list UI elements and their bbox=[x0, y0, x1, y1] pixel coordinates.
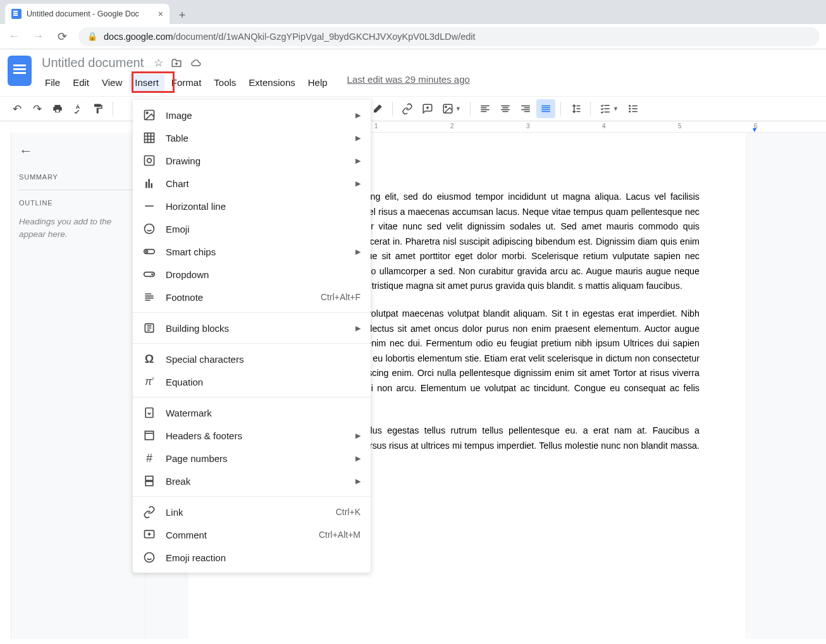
undo-button[interactable]: ↶ bbox=[8, 99, 27, 118]
insert-table[interactable]: Table▶ bbox=[133, 126, 371, 149]
insert-equation[interactable]: π²Equation bbox=[133, 370, 371, 393]
add-comment-button[interactable] bbox=[418, 99, 437, 118]
submenu-arrow-icon: ▶ bbox=[355, 454, 361, 463]
svg-point-10 bbox=[145, 224, 154, 234]
svg-point-20 bbox=[145, 553, 154, 562]
menu-view[interactable]: View bbox=[96, 74, 128, 91]
insert-break[interactable]: Break▶ bbox=[133, 470, 371, 492]
pi-icon: π² bbox=[143, 375, 156, 388]
menu-item-label: Break bbox=[166, 476, 345, 487]
submenu-arrow-icon: ▶ bbox=[355, 477, 361, 485]
reload-icon[interactable]: ⟳ bbox=[54, 30, 70, 44]
menu-item-label: Page numbers bbox=[166, 453, 345, 464]
line-spacing-button[interactable] bbox=[566, 103, 585, 114]
insert-emoji[interactable]: Emoji bbox=[133, 217, 371, 240]
ruler-tick: 4 bbox=[602, 123, 606, 130]
ruler-tick: 5 bbox=[678, 123, 682, 130]
insert-headers-footers[interactable]: Headers & footers▶ bbox=[133, 424, 371, 447]
url-path: /document/d/1wANQkil-GzgYPipVgal_9bydGKC… bbox=[173, 32, 476, 42]
insert-smart-chips[interactable]: Smart chips▶ bbox=[133, 240, 371, 263]
menu-separator bbox=[133, 397, 371, 398]
insert-dropdown[interactable]: Dropdown bbox=[133, 263, 371, 286]
drawing-icon bbox=[143, 154, 156, 167]
svg-point-6 bbox=[146, 112, 148, 114]
outline-heading: OUTLINE bbox=[19, 199, 137, 207]
last-edit-link[interactable]: Last edit was 29 minutes ago bbox=[347, 74, 470, 91]
menu-item-label: Dropdown bbox=[166, 269, 361, 280]
svg-point-4 bbox=[629, 111, 631, 112]
forward-icon[interactable]: → bbox=[30, 30, 46, 43]
menu-item-label: Equation bbox=[166, 377, 361, 387]
checklist-button[interactable]: ▼ bbox=[596, 103, 622, 114]
align-center-button[interactable] bbox=[496, 99, 515, 118]
insert-building-blocks[interactable]: Building blocks▶ bbox=[133, 317, 371, 339]
document-title[interactable]: Untitled document bbox=[39, 54, 146, 71]
print-button[interactable] bbox=[48, 99, 67, 118]
docs-logo-icon[interactable] bbox=[8, 56, 32, 86]
spellcheck-button[interactable] bbox=[68, 99, 87, 118]
insert-link[interactable]: LinkCtrl+K bbox=[133, 501, 371, 523]
insert-emoji-reaction[interactable]: Emoji reaction bbox=[133, 546, 371, 569]
menu-tools[interactable]: Tools bbox=[208, 74, 242, 91]
insert-image-button[interactable]: ▼ bbox=[438, 103, 465, 114]
align-justify-button[interactable] bbox=[536, 99, 555, 118]
bulleted-list-button[interactable] bbox=[624, 103, 643, 114]
sidebar-back-icon[interactable]: ← bbox=[19, 143, 33, 159]
menu-help[interactable]: Help bbox=[302, 74, 333, 91]
image-icon bbox=[143, 109, 156, 121]
align-right-button[interactable] bbox=[516, 99, 535, 118]
cloud-icon[interactable] bbox=[190, 58, 202, 68]
ruler-tick: 1 bbox=[374, 123, 378, 130]
menu-format[interactable]: Format bbox=[166, 74, 207, 91]
toolbar: ↶ ↷ 11 + B I U A ▼ ▼ bbox=[0, 96, 826, 121]
emoji2-icon bbox=[143, 551, 156, 564]
insert-watermark[interactable]: Watermark bbox=[133, 401, 371, 424]
browser-tab[interactable]: Untitled document - Google Doc × bbox=[5, 4, 170, 24]
insert-footnote[interactable]: FootnoteCtrl+Alt+F bbox=[133, 286, 371, 308]
menu-file[interactable]: File bbox=[39, 74, 66, 91]
insert-chart[interactable]: Chart▶ bbox=[133, 172, 371, 195]
hr-icon bbox=[143, 200, 156, 212]
new-tab-button[interactable]: + bbox=[173, 6, 191, 24]
insert-horizontal-line[interactable]: Horizontal line bbox=[133, 195, 371, 217]
redo-button[interactable]: ↷ bbox=[28, 99, 47, 118]
svg-rect-15 bbox=[145, 408, 153, 418]
menu-item-label: Watermark bbox=[166, 408, 361, 418]
close-icon[interactable]: × bbox=[158, 9, 163, 19]
align-left-button[interactable] bbox=[476, 99, 495, 118]
menu-item-label: Chart bbox=[166, 178, 345, 189]
insert-comment[interactable]: CommentCtrl+Alt+M bbox=[133, 523, 371, 546]
menu-separator bbox=[133, 343, 371, 344]
menu-item-label: Image bbox=[166, 110, 345, 121]
url-input[interactable]: 🔒 docs.google.com/document/d/1wANQkil-Gz… bbox=[78, 27, 820, 46]
menu-item-label: Drawing bbox=[166, 155, 345, 166]
outline-sidebar: ← SUMMARY OUTLINE Headings you add to th… bbox=[11, 133, 145, 639]
highlight-button[interactable] bbox=[368, 99, 387, 118]
insert-link-button[interactable] bbox=[398, 99, 417, 118]
summary-heading: SUMMARY bbox=[19, 173, 137, 181]
keyboard-shortcut: Ctrl+Alt+M bbox=[319, 530, 361, 540]
svg-point-2 bbox=[629, 105, 631, 107]
menu-item-label: Comment bbox=[166, 530, 309, 540]
star-icon[interactable]: ☆ bbox=[154, 56, 163, 70]
submenu-arrow-icon: ▶ bbox=[355, 432, 361, 440]
svg-point-1 bbox=[445, 106, 447, 107]
menu-insert[interactable]: Insert bbox=[129, 74, 164, 91]
insert-special-characters[interactable]: ΩSpecial characters bbox=[133, 348, 371, 370]
insert-drawing[interactable]: Drawing▶ bbox=[133, 149, 371, 172]
emoji-icon bbox=[143, 222, 156, 235]
svg-rect-17 bbox=[145, 477, 153, 481]
move-icon[interactable] bbox=[171, 58, 182, 69]
break-icon bbox=[143, 475, 156, 487]
insert-image[interactable]: Image▶ bbox=[133, 104, 371, 126]
back-icon[interactable]: ← bbox=[6, 30, 22, 43]
insert-page-numbers[interactable]: #Page numbers▶ bbox=[133, 447, 371, 470]
menu-edit[interactable]: Edit bbox=[67, 74, 95, 91]
menu-item-label: Building blocks bbox=[166, 323, 345, 334]
outline-hint: Headings you add to the appear here. bbox=[19, 216, 137, 241]
vertical-ruler[interactable] bbox=[0, 133, 11, 639]
menu-item-label: Special characters bbox=[166, 354, 361, 365]
browser-tab-strip: Untitled document - Google Doc × + bbox=[0, 0, 826, 24]
menu-extensions[interactable]: Extensions bbox=[243, 74, 300, 91]
paint-format-button[interactable] bbox=[89, 99, 108, 118]
